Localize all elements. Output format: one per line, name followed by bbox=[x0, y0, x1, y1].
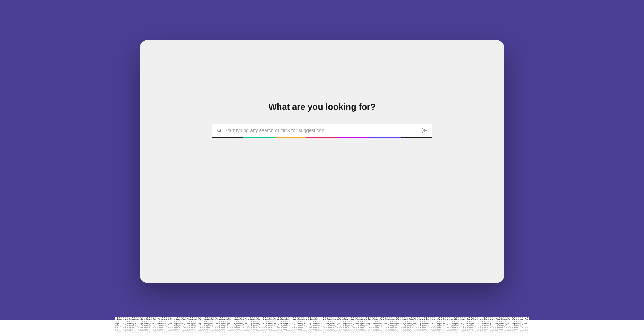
rainbow-seg bbox=[338, 137, 369, 138]
rainbow-seg bbox=[212, 137, 243, 138]
search-card: What are you looking for? bbox=[140, 40, 504, 283]
decorative-noise-strip bbox=[115, 317, 529, 336]
rainbow-seg bbox=[306, 137, 338, 138]
svg-point-0 bbox=[218, 129, 221, 132]
rainbow-seg bbox=[369, 137, 401, 138]
search-container bbox=[212, 124, 432, 138]
rainbow-seg bbox=[401, 137, 432, 138]
rainbow-seg bbox=[243, 137, 275, 138]
svg-line-1 bbox=[220, 131, 221, 132]
send-icon[interactable] bbox=[422, 128, 427, 133]
search-box[interactable] bbox=[212, 124, 432, 137]
search-input[interactable] bbox=[224, 128, 419, 133]
rainbow-divider bbox=[212, 137, 432, 138]
search-heading: What are you looking for? bbox=[268, 102, 376, 112]
search-icon bbox=[217, 128, 222, 133]
rainbow-seg bbox=[275, 137, 306, 138]
